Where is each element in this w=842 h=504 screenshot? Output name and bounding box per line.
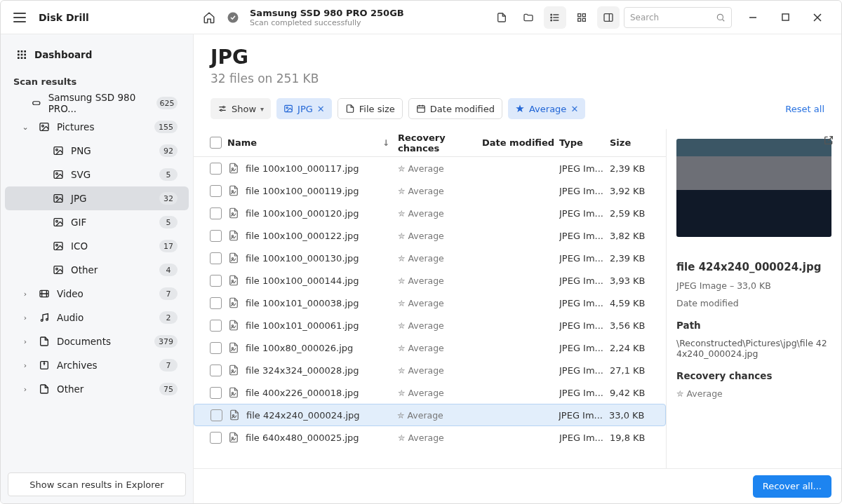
row-checkbox[interactable] bbox=[210, 320, 222, 332]
sidebar-item-archives[interactable]: ›Archives7 bbox=[5, 353, 189, 377]
average-filter[interactable]: Average ✕ bbox=[508, 98, 585, 119]
file-size: 3,92 KB bbox=[610, 186, 656, 196]
close-icon[interactable]: ✕ bbox=[317, 104, 325, 114]
scan-title: Samsung SSD 980 PRO 250GB bbox=[250, 8, 404, 18]
file-type: JPEG Im... bbox=[559, 365, 610, 376]
file-type: JPEG Im... bbox=[559, 433, 610, 443]
table-row[interactable]: file 100x100_000119.jpg ✮Average JPEG Im… bbox=[194, 179, 666, 202]
row-checkbox[interactable] bbox=[210, 163, 222, 175]
table-row[interactable]: file 100x100_000117.jpg ✮Average JPEG Im… bbox=[194, 157, 666, 179]
table-row[interactable]: file 100x100_000144.jpg ✮Average JPEG Im… bbox=[194, 269, 666, 292]
file-icon bbox=[345, 104, 355, 114]
row-checkbox[interactable] bbox=[210, 365, 222, 376]
svg-rect-15 bbox=[21, 54, 23, 56]
col-size[interactable]: Size bbox=[610, 137, 656, 148]
table-row[interactable]: file 424x240_000024.jpg ✮Average JPEG Im… bbox=[194, 404, 666, 426]
svg-point-30 bbox=[56, 220, 58, 222]
minimize-button[interactable] bbox=[742, 6, 764, 29]
row-checkbox[interactable] bbox=[210, 387, 222, 399]
recovery-badge: ✮Average bbox=[398, 388, 482, 398]
table-row[interactable]: file 640x480_000025.jpg ✮Average JPEG Im… bbox=[194, 426, 666, 449]
jpg-filter[interactable]: JPG ✕ bbox=[276, 98, 332, 119]
table-row[interactable]: file 100x80_000026.jpg ✮Average JPEG Im.… bbox=[194, 336, 666, 359]
sidebar-item-ico[interactable]: ICO17 bbox=[5, 234, 189, 258]
search-input[interactable]: Search bbox=[624, 7, 732, 28]
file-name: file 100x101_000038.jpg bbox=[246, 298, 359, 308]
recovery-badge: ✮Average bbox=[398, 231, 482, 241]
row-checkbox[interactable] bbox=[210, 230, 222, 242]
table-row[interactable]: file 100x100_000120.jpg ✮Average JPEG Im… bbox=[194, 202, 666, 224]
table-row[interactable]: file 400x226_000018.jpg ✮Average JPEG Im… bbox=[194, 381, 666, 404]
svg-rect-4 bbox=[578, 13, 581, 16]
grid-view-icon[interactable] bbox=[570, 6, 593, 29]
recovery-badge: ✮Average bbox=[398, 320, 482, 331]
svg-point-42 bbox=[286, 107, 288, 109]
svg-point-28 bbox=[56, 196, 58, 198]
table-row[interactable]: file 100x101_000038.jpg ✮Average JPEG Im… bbox=[194, 292, 666, 314]
home-icon[interactable] bbox=[202, 11, 216, 25]
file-type: JPEG Im... bbox=[559, 231, 610, 241]
table-row[interactable]: file 100x100_000122.jpg ✮Average JPEG Im… bbox=[194, 224, 666, 247]
svg-point-39 bbox=[223, 107, 225, 108]
menu-icon[interactable] bbox=[13, 13, 26, 22]
file-size: 33,0 KB bbox=[609, 410, 655, 421]
select-all-checkbox[interactable] bbox=[210, 137, 222, 149]
sidebar-item-audio[interactable]: ›Audio2 bbox=[5, 306, 189, 329]
row-checkbox[interactable] bbox=[210, 409, 222, 421]
sidebar-item-documents[interactable]: ›Documents379 bbox=[5, 329, 189, 353]
row-checkbox[interactable] bbox=[210, 432, 222, 444]
row-checkbox[interactable] bbox=[210, 342, 222, 354]
sidebar-drive[interactable]: Samsung SSD 980 PRO... 625 bbox=[5, 91, 189, 115]
close-button[interactable] bbox=[806, 6, 829, 29]
row-checkbox[interactable] bbox=[210, 185, 222, 197]
sidebar: Dashboard Scan results Samsung SSD 980 P… bbox=[1, 34, 194, 503]
file-type: JPEG Im... bbox=[559, 163, 610, 174]
file-type: JPEG Im... bbox=[559, 253, 610, 264]
size-filter[interactable]: File size bbox=[338, 98, 403, 119]
close-icon[interactable]: ✕ bbox=[570, 104, 578, 114]
panel-view-icon[interactable] bbox=[597, 6, 620, 29]
popout-icon[interactable] bbox=[823, 135, 834, 146]
sidebar-item-other[interactable]: Other4 bbox=[5, 258, 189, 282]
table-row[interactable]: file 324x324_000028.jpg ✮Average JPEG Im… bbox=[194, 359, 666, 381]
sidebar-item-svg[interactable]: SVG5 bbox=[5, 163, 189, 186]
sidebar-item-video[interactable]: ›Video7 bbox=[5, 282, 189, 306]
show-filter[interactable]: Show ▾ bbox=[210, 98, 271, 119]
recover-all-button[interactable]: Recover all... bbox=[753, 475, 831, 498]
sidebar-item-png[interactable]: PNG92 bbox=[5, 139, 189, 163]
col-recovery[interactable]: Recovery chances bbox=[398, 132, 482, 154]
file-size: 2,39 KB bbox=[610, 253, 656, 264]
svg-point-37 bbox=[46, 318, 48, 320]
table-row[interactable]: file 100x101_000061.jpg ✮Average JPEG Im… bbox=[194, 314, 666, 336]
sidebar-item-other[interactable]: ›Other75 bbox=[5, 377, 189, 401]
col-name[interactable]: Name↓ bbox=[227, 137, 398, 148]
sidebar-item-jpg[interactable]: JPG32 bbox=[5, 186, 189, 210]
file-view-icon[interactable] bbox=[490, 6, 513, 29]
table-row[interactable]: file 100x100_000130.jpg ✮Average JPEG Im… bbox=[194, 247, 666, 269]
list-view-icon[interactable] bbox=[544, 6, 566, 29]
date-filter[interactable]: Date modified bbox=[408, 98, 502, 119]
row-checkbox[interactable] bbox=[210, 252, 222, 264]
file-size: 9,42 KB bbox=[610, 388, 656, 398]
sidebar-dashboard[interactable]: Dashboard bbox=[5, 43, 189, 67]
recovery-badge: ✮Average bbox=[398, 298, 482, 308]
col-modified[interactable]: Date modified bbox=[482, 137, 559, 148]
star-icon bbox=[515, 104, 525, 114]
row-checkbox[interactable] bbox=[210, 275, 222, 287]
chevron-icon: › bbox=[20, 385, 30, 394]
reset-all-button[interactable]: Reset all bbox=[785, 104, 824, 114]
show-in-explorer-button[interactable]: Show scan results in Explorer bbox=[8, 472, 186, 496]
row-checkbox[interactable] bbox=[210, 297, 222, 309]
row-checkbox[interactable] bbox=[210, 207, 222, 219]
folder-view-icon[interactable] bbox=[517, 6, 540, 29]
sidebar-item-pictures[interactable]: ⌄Pictures155 bbox=[5, 115, 189, 139]
file-name: file 100x100_000122.jpg bbox=[246, 231, 359, 241]
details-path: \Reconstructed\Pictures\jpg\file 424x240… bbox=[676, 338, 831, 359]
col-type[interactable]: Type bbox=[559, 137, 610, 148]
maximize-button[interactable] bbox=[774, 6, 796, 29]
sidebar-item-gif[interactable]: GIF5 bbox=[5, 210, 189, 234]
chevron-icon: › bbox=[20, 290, 30, 299]
svg-point-24 bbox=[56, 149, 58, 151]
file-type: JPEG Im... bbox=[559, 186, 610, 196]
svg-rect-43 bbox=[417, 106, 425, 112]
